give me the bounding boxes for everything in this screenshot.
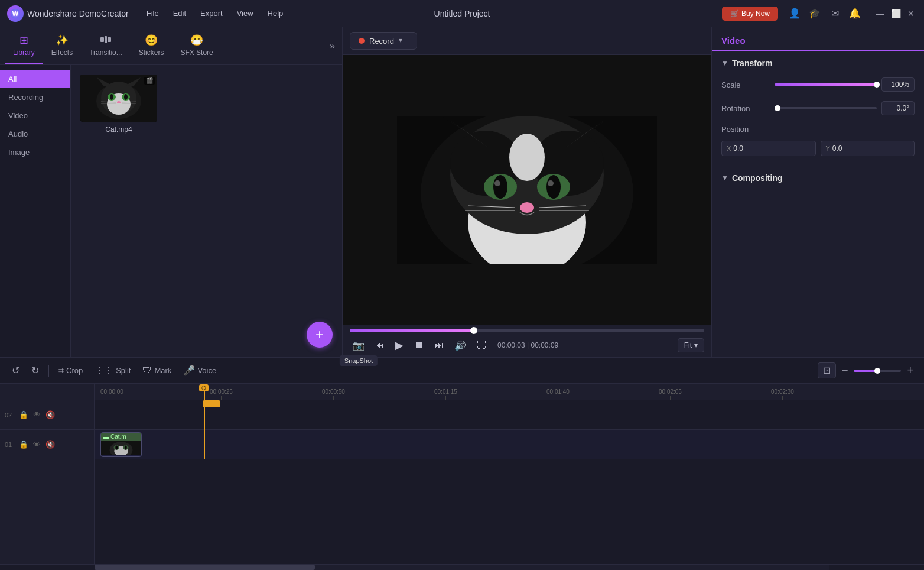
mark-button[interactable]: 🛡 Mark [138, 363, 176, 378]
menu-view[interactable]: View [231, 7, 259, 20]
tab-library[interactable]: ⊞ Library [5, 27, 43, 64]
ruler-label-3: 00:01:15 [434, 388, 457, 395]
y-position-field[interactable]: Y 0.0 [821, 141, 915, 156]
track-01-num: 01 [5, 441, 15, 448]
svg-point-11 [110, 94, 113, 100]
ruler-tick-0 [112, 396, 112, 400]
x-position-field[interactable]: X 0.0 [721, 141, 816, 156]
menu-bar: File Edit Export View Help [141, 7, 722, 20]
clip-name: Cat.m [110, 433, 126, 440]
track-01-visibility[interactable]: 👁 [32, 439, 42, 450]
menu-export[interactable]: Export [194, 7, 229, 20]
rotation-slider-knob[interactable] [775, 105, 780, 111]
mail-icon[interactable]: ✉ [827, 5, 843, 22]
sidebar-item-all[interactable]: All [0, 70, 70, 88]
tab-library-label: Library [13, 48, 35, 57]
playhead-ruler-label: ⬡ [199, 384, 209, 391]
timeline-ruler[interactable]: 00:00:00 00:00:25 00:00:50 00:01:15 [95, 384, 924, 400]
progress-knob[interactable] [470, 327, 477, 334]
buy-now-button[interactable]: 🛒 Buy Now [722, 7, 778, 21]
track-01-mute[interactable]: 🔇 [44, 439, 56, 450]
ruler-tick-1 [221, 396, 222, 400]
compositing-label: Compositing [732, 173, 783, 183]
learn-icon[interactable]: 🎓 [806, 5, 823, 22]
fit-button[interactable]: Fit ▾ [678, 338, 704, 352]
stop-button[interactable]: ⏹ [411, 338, 427, 352]
zoom-controls: ⊡ − + [818, 362, 917, 378]
ruler-tick-4 [558, 396, 558, 400]
scale-label: Scale [721, 80, 769, 89]
horizontal-scrollbar[interactable] [0, 564, 924, 570]
sidebar-item-recording[interactable]: Recording [0, 88, 70, 106]
tab-effects[interactable]: ✨ Effects [43, 27, 81, 64]
sidebar-item-image[interactable]: Image [0, 143, 70, 161]
tracks-scroll[interactable]: ⋮⋮ ▬ Cat.m [95, 400, 924, 564]
svg-point-48 [115, 446, 118, 450]
rotation-slider[interactable] [775, 107, 877, 109]
scale-slider-knob[interactable] [874, 82, 880, 88]
crop-button[interactable]: ⌗ Crop [54, 363, 87, 378]
compositing-section-header[interactable]: ▼ Compositing [712, 166, 924, 187]
minimize-button[interactable]: — [874, 8, 886, 20]
clip-cat[interactable]: ▬ Cat.m [100, 432, 142, 457]
category-sidebar: All Recording Video Audio Image [0, 65, 71, 357]
record-dropdown-icon[interactable]: ▾ [399, 36, 408, 46]
track-02-visibility[interactable]: 👁 [32, 409, 42, 420]
ruler-container: 00:00:00 00:00:25 00:00:50 00:01:15 [95, 384, 924, 400]
track-02-num: 02 [5, 412, 15, 419]
position-label-row: Position [712, 120, 924, 138]
menu-help[interactable]: Help [262, 7, 289, 20]
redo-button[interactable]: ↻ [27, 362, 44, 378]
rotation-value[interactable]: 0.0° [881, 101, 915, 115]
y-value: 0.0 [832, 144, 842, 153]
record-button[interactable]: Record ▾ [350, 32, 417, 50]
transform-section-header[interactable]: ▼ Transform [712, 51, 924, 73]
tab-stickers[interactable]: 😊 Stickers [131, 27, 173, 64]
tab-sfx[interactable]: 😷 SFX Store [172, 27, 221, 64]
ruler-label-0: 00:00:00 [100, 388, 123, 395]
play-button[interactable]: ▶ [392, 337, 406, 354]
zoom-in-button[interactable]: + [903, 363, 917, 378]
track-01-lock[interactable]: 🔒 [18, 439, 30, 450]
fullscreen-button[interactable]: ⛶ [474, 338, 489, 352]
total-time: 00:00:09 [531, 341, 559, 349]
rewind-button[interactable]: ⏮ [372, 338, 388, 352]
scale-slider[interactable] [775, 83, 877, 86]
svg-point-31 [546, 175, 561, 199]
account-icon[interactable]: 👤 [786, 5, 803, 22]
tab-transitions[interactable]: Transitio... [81, 27, 131, 64]
media-item-cat[interactable]: 🎬 Cat.mp4 [78, 72, 160, 136]
sidebar-item-audio[interactable]: Audio [0, 125, 70, 143]
svg-point-32 [494, 180, 500, 186]
voice-button[interactable]: 🎤 Voice [178, 362, 221, 378]
notification-icon[interactable]: 🔔 [847, 5, 863, 22]
sidebar-item-video[interactable]: Video [0, 106, 70, 125]
progress-bar[interactable] [350, 329, 704, 332]
undo-button[interactable]: ↺ [7, 362, 24, 378]
timeline-panel: ↺ ↻ ⌗ Crop ⋮⋮ Split 🛡 Mark 🎤 Voice ⊡ − [0, 357, 924, 570]
scale-value[interactable]: 100% [881, 77, 915, 92]
crop-icon: ⌗ [58, 365, 64, 376]
zoom-out-button[interactable]: − [838, 363, 852, 378]
scrollbar-thumb[interactable] [95, 565, 315, 570]
close-button[interactable]: ✕ [905, 8, 917, 20]
add-media-button[interactable]: + [307, 322, 333, 348]
snapshot-button[interactable]: 📷 [350, 338, 367, 353]
track-02-mute[interactable]: 🔇 [44, 409, 56, 420]
menu-edit[interactable]: Edit [167, 7, 192, 20]
split-button[interactable]: ⋮⋮ Split [90, 362, 135, 378]
volume-button[interactable]: 🔊 [451, 338, 469, 353]
track-02-lock[interactable]: 🔒 [18, 409, 30, 420]
zoom-slider-knob[interactable] [874, 368, 880, 374]
svg-rect-4 [108, 37, 111, 42]
ruler-label-5: 00:02:05 [659, 388, 682, 395]
tabs-more-button[interactable]: » [327, 38, 337, 54]
restore-button[interactable]: ⬜ [890, 8, 902, 20]
ruler-mark-1: 00:00:25 [210, 388, 233, 400]
next-frame-button[interactable]: ⏭ [431, 338, 447, 352]
zoom-slider[interactable] [854, 370, 901, 372]
fit-timeline-button[interactable]: ⊡ [818, 362, 836, 378]
scrollbar-track[interactable] [95, 565, 829, 570]
menu-file[interactable]: File [141, 7, 165, 20]
split-label: Split [116, 366, 131, 375]
